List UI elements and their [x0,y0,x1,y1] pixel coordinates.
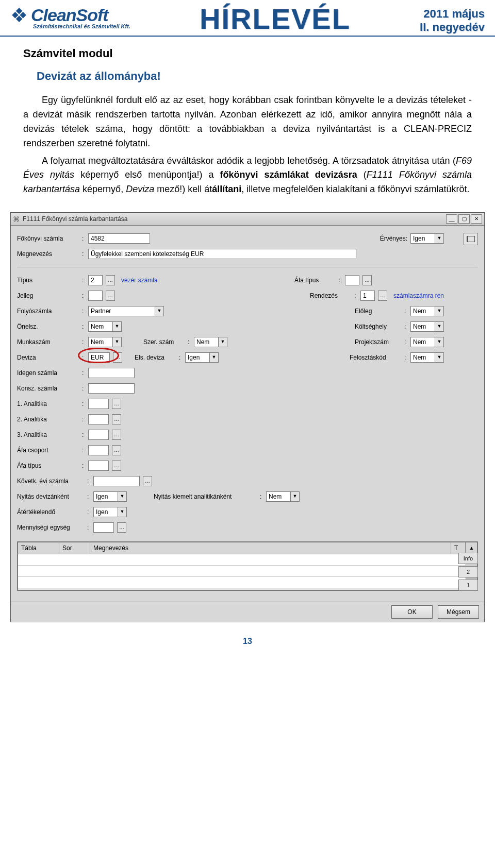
combo-nyitas-an[interactable]: ▼ [266,491,300,502]
scroll-up-icon[interactable]: ▲ [466,542,477,554]
lookup-button-kovetk[interactable]: … [143,476,152,486]
input-jelleg[interactable] [88,291,103,301]
article-title: Devizát az állományba! [37,70,472,83]
chevron-down-icon[interactable]: ▼ [435,233,444,244]
chevron-down-icon[interactable]: ▼ [435,306,444,316]
input-deviza[interactable] [88,352,110,363]
lookup-button-afa-tipus2[interactable]: … [112,461,121,471]
aux-rendezes: számlaszámra ren [393,292,444,299]
label-nyitas-dev: Nyitás devizánként [17,493,84,500]
input-afa-tipus2[interactable] [88,461,109,471]
chevron-down-icon[interactable]: ▼ [219,337,227,347]
chevron-down-icon[interactable]: ▼ [435,337,444,347]
label-an1: 1. Analitika [17,400,79,407]
input-megnevezes[interactable] [88,249,356,259]
p1b8: Deviza [126,184,154,194]
combo-szer-szam[interactable]: ▼ [194,337,227,347]
lookup-button-an3[interactable]: … [112,430,121,440]
chevron-down-icon[interactable]: ▼ [435,321,444,332]
lookup-button-tipus[interactable]: … [106,275,115,285]
lookup-button-mennyisegi[interactable]: … [117,522,126,533]
combo-felosztaskod[interactable]: ▼ [410,352,444,363]
chevron-down-icon[interactable]: ▼ [113,337,122,347]
input-an3[interactable] [88,430,109,440]
input-afa-tipus[interactable] [345,275,359,285]
maximize-button[interactable]: ▢ [458,214,470,224]
lookup-button-deviza[interactable]: … [113,352,122,363]
label-afa-csoport: Áfa csoport [17,447,79,454]
label-onelsz: Önelsz. [17,323,79,330]
chevron-down-icon[interactable]: ▼ [113,321,122,332]
input-mennyisegi[interactable] [93,522,114,533]
date-line1: 2011 május [420,7,485,21]
label-rendezes: Rendezés [310,292,351,299]
label-afa-tipus: Áfa típus [294,277,336,284]
lookup-button-an1[interactable]: … [112,399,121,409]
input-tipus[interactable] [88,275,103,285]
combo-els-deviza[interactable]: ▼ [185,352,219,363]
lookup-button-afa-csoport[interactable]: … [112,445,121,455]
info-button[interactable]: Info [458,553,478,564]
p1b4: főkönyvi számlákat devizásra [220,169,357,180]
cancel-button[interactable]: Mégsem [438,605,479,619]
date-line2: II. negyedév [420,21,485,34]
label-idegen-szamla: Idegen számla [17,369,79,377]
input-afa-csoport[interactable] [88,445,109,455]
combo-projektszam[interactable]: ▼ [410,337,444,347]
lookup-button-jelleg[interactable]: … [106,291,115,301]
side-button-2[interactable]: 2 [458,566,478,577]
label-munkaszam: Munkaszám [17,338,79,346]
combo-onelsz[interactable]: ▼ [88,321,122,332]
label-folyoszamla: Folyószámla [17,308,79,315]
label-atertekelendo: Átértékelendő [17,508,84,516]
label-kovetk: Követk. évi számla [17,478,84,485]
label-konsz-szamla: Konsz. számla [17,385,79,392]
sub-grid: Tábla Sor Megnevezés T ▲ ▼ [17,541,478,591]
chevron-down-icon[interactable]: ▼ [155,306,164,316]
chevron-down-icon[interactable]: ▼ [118,491,127,502]
side-button-1[interactable]: 1 [458,580,478,591]
grid-row[interactable] [18,566,466,577]
label-mennyisegi: Mennyiségi egység [17,524,84,531]
chevron-down-icon[interactable]: ▼ [291,491,300,502]
logo-icon: ❖ [10,6,28,25]
close-button[interactable]: ✕ [471,214,482,224]
side-tool-button[interactable] [464,233,478,245]
dialog-button-bar: OK Mégsem [11,602,484,622]
combo-folyoszamla[interactable]: ▼ [88,306,164,316]
chevron-down-icon[interactable]: ▼ [118,507,127,517]
chevron-down-icon[interactable]: ▼ [210,352,219,363]
combo-ervenyes[interactable]: ▼ [410,233,444,244]
ok-button[interactable]: OK [391,605,433,619]
grid-row[interactable] [18,577,466,588]
lookup-button-rendezes[interactable]: … [378,291,387,301]
lookup-button-afa-tipus[interactable]: … [362,275,372,285]
input-rendezes[interactable] [360,291,375,301]
input-an1[interactable] [88,399,109,409]
app-window: ⌘ F1111 Főkönyvi számla karbantartása __… [10,212,485,622]
combo-koltseghely[interactable]: ▼ [410,321,444,332]
input-konsz-szamla[interactable] [88,383,135,394]
combo-nyitas-dev[interactable]: ▼ [93,491,127,502]
combo-atertekelendo[interactable]: ▼ [93,507,127,517]
label-tipus: Típus [17,277,79,284]
grid-header-tabla[interactable]: Tábla [18,542,59,554]
grid-header-megnevezes[interactable]: Megnevezés [90,542,451,554]
label-megnevezes: Megnevezés [17,250,79,258]
grid-header-sor[interactable]: Sor [59,542,90,554]
combo-eloleg[interactable]: ▼ [410,306,444,316]
minimize-button[interactable]: __ [446,214,457,224]
chevron-down-icon[interactable]: ▼ [435,352,444,363]
label-deviza: Deviza [17,354,79,361]
p1b3: képernyő első menüpontja!) a [74,169,220,180]
grid-header-t[interactable]: T [451,542,466,554]
combo-munkaszam[interactable]: ▼ [88,337,122,347]
input-idegen-szamla[interactable] [88,368,135,378]
input-fokonyvi-szamla[interactable] [88,233,150,244]
lookup-button-an2[interactable]: … [112,414,121,424]
paragraph-1: Egy ügyfelünknél fordult elő az az eset,… [23,93,472,151]
grid-row[interactable] [18,554,466,566]
input-kovetk[interactable] [93,476,140,486]
input-an2[interactable] [88,414,109,424]
label-an2: 2. Analitika [17,416,79,423]
